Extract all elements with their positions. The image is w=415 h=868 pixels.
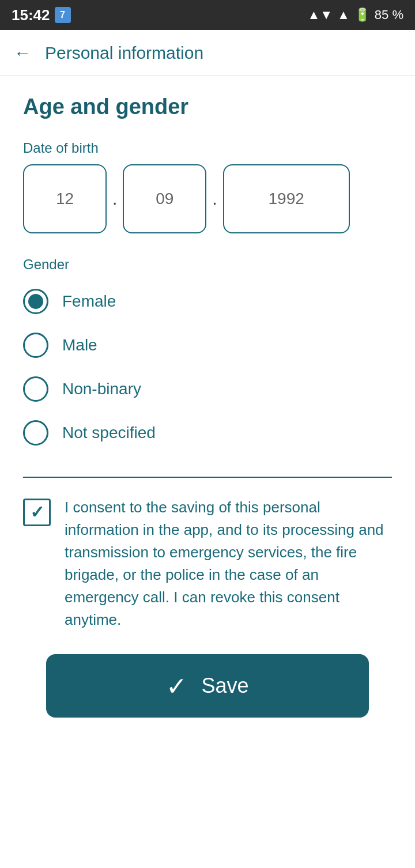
status-bar: 15:42 7 ▲▼ ▲ 🔋 85 % xyxy=(0,0,415,30)
gender-option-nonbinary[interactable]: Non-binary xyxy=(23,368,392,410)
page-title: Personal information xyxy=(45,43,203,63)
dob-separator-1: . xyxy=(107,189,123,209)
notification-badge: 7 xyxy=(55,7,71,23)
radio-notspecified[interactable] xyxy=(23,420,48,446)
section-title: Age and gender xyxy=(23,95,392,119)
gender-label: Gender xyxy=(23,256,392,273)
battery-level: 85 % xyxy=(375,7,403,22)
dob-section: Date of birth 12 . 09 . 1992 xyxy=(23,140,392,233)
consent-text: I consent to the saving of this personal… xyxy=(65,496,392,631)
save-checkmark-icon: ✓ xyxy=(166,671,187,701)
gender-options: Female Male Non-binary Not specified xyxy=(23,281,392,454)
main-content: Age and gender Date of birth 12 . 09 . 1… xyxy=(0,76,415,736)
checkbox-checkmark: ✓ xyxy=(30,504,44,521)
status-icons: ▲▼ ▲ 🔋 85 % xyxy=(308,7,404,22)
gender-option-female[interactable]: Female xyxy=(23,281,392,322)
section-divider xyxy=(23,477,392,478)
gender-notspecified-label: Not specified xyxy=(62,424,156,442)
radio-female[interactable] xyxy=(23,289,48,314)
back-button[interactable]: ← xyxy=(14,44,31,62)
radio-nonbinary[interactable] xyxy=(23,376,48,402)
battery-icon: 🔋 xyxy=(354,7,370,22)
save-button[interactable]: ✓ Save xyxy=(46,654,369,718)
status-time-area: 15:42 7 xyxy=(12,6,71,24)
gender-section: Gender Female Male Non-binary xyxy=(23,256,392,454)
save-label: Save xyxy=(201,674,248,698)
dob-separator-2: . xyxy=(206,189,222,209)
signal-icon: ▲ xyxy=(337,7,350,22)
dob-year-input[interactable]: 1992 xyxy=(223,164,350,233)
gender-option-male[interactable]: Male xyxy=(23,324,392,366)
gender-female-label: Female xyxy=(62,292,116,311)
gender-option-notspecified[interactable]: Not specified xyxy=(23,412,392,454)
gender-nonbinary-label: Non-binary xyxy=(62,380,141,398)
radio-female-dot xyxy=(28,294,43,309)
app-bar: ← Personal information xyxy=(0,30,415,76)
gender-male-label: Male xyxy=(62,336,97,354)
consent-section: ✓ I consent to the saving of this person… xyxy=(23,496,392,631)
radio-male[interactable] xyxy=(23,333,48,358)
dob-label: Date of birth xyxy=(23,140,392,156)
dob-month-input[interactable]: 09 xyxy=(123,164,206,233)
status-time: 15:42 xyxy=(12,6,50,24)
dob-row: 12 . 09 . 1992 xyxy=(23,164,392,233)
wifi-icon: ▲▼ xyxy=(308,7,333,22)
dob-day-input[interactable]: 12 xyxy=(23,164,107,233)
consent-checkbox[interactable]: ✓ xyxy=(23,499,51,526)
